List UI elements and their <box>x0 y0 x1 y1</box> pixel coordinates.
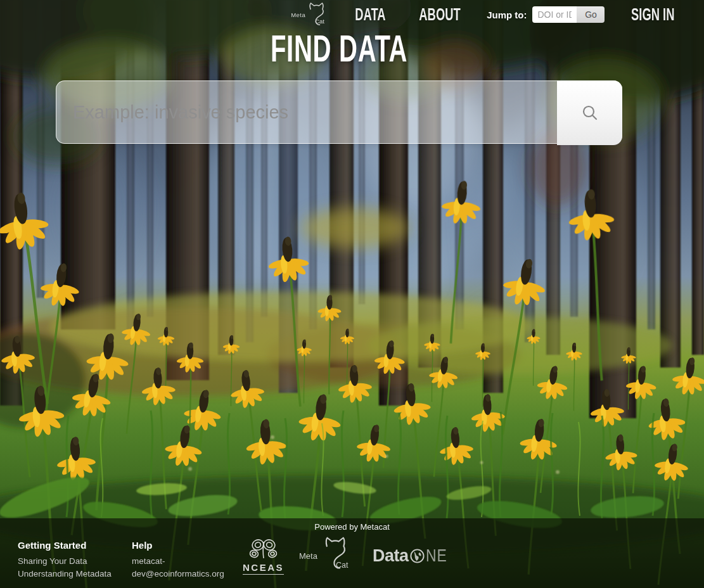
metacat-meta-text: Meta <box>299 551 317 561</box>
search-button[interactable] <box>557 80 622 145</box>
logo-cat-text: Cat <box>315 18 324 25</box>
help-column: Help metacat-dev@ecoinformatics.org <box>132 540 233 580</box>
powered-by-metacat-link[interactable]: Powered by Metacat <box>0 522 704 532</box>
support-email-link[interactable]: metacat-dev@ecoinformatics.org <box>132 555 233 580</box>
nceas-wordmark: NCEAS <box>243 562 284 575</box>
dataone-ne-text: NE <box>426 546 447 566</box>
help-heading: Help <box>132 540 233 551</box>
nav-about-link[interactable]: ABOUT <box>409 5 470 25</box>
getting-started-heading: Getting Started <box>18 540 122 551</box>
page-title: FIND DATA <box>56 29 622 68</box>
footer: Powered by Metacat Getting Started Shari… <box>0 518 704 588</box>
getting-started-column: Getting Started Sharing Your Data Unders… <box>18 540 122 580</box>
nav-data-link[interactable]: DATA <box>348 5 393 25</box>
metacat-find-data-page: Meta Cat DATA ABOUT Jump to: Go SIGN IN … <box>0 0 704 588</box>
dataone-data-text: Data <box>373 546 409 566</box>
sharing-your-data-link[interactable]: Sharing Your Data <box>18 555 122 568</box>
top-navbar: Meta Cat DATA ABOUT Jump to: Go SIGN IN <box>0 0 704 29</box>
metacat-footer-logo[interactable]: Meta Cat <box>299 535 357 577</box>
jump-to-label: Jump to: <box>487 10 527 20</box>
dataone-globe-icon <box>409 548 425 564</box>
search-box <box>56 80 622 144</box>
search-input[interactable] <box>56 81 551 143</box>
jump-to-group: Jump to: Go <box>487 6 605 23</box>
understanding-metadata-link[interactable]: Understanding Metadata <box>18 568 122 580</box>
magnifier-icon <box>581 104 599 122</box>
go-button[interactable]: Go <box>577 6 605 23</box>
dataone-logo[interactable]: Data NE <box>373 546 451 566</box>
nceas-logo[interactable]: NCEAS <box>243 537 284 575</box>
metacat-cat-text: Cat <box>336 561 348 570</box>
logo-meta-text: Meta <box>291 11 305 18</box>
doi-or-id-input[interactable] <box>532 6 577 23</box>
hero-section: FIND DATA <box>56 29 622 144</box>
sign-in-link[interactable]: SIGN IN <box>621 5 685 25</box>
partner-logos: NCEAS Meta Cat Data NE <box>243 535 451 577</box>
nceas-butterfly-icon <box>245 537 282 561</box>
metacat-header-logo[interactable]: Meta Cat <box>291 1 331 29</box>
